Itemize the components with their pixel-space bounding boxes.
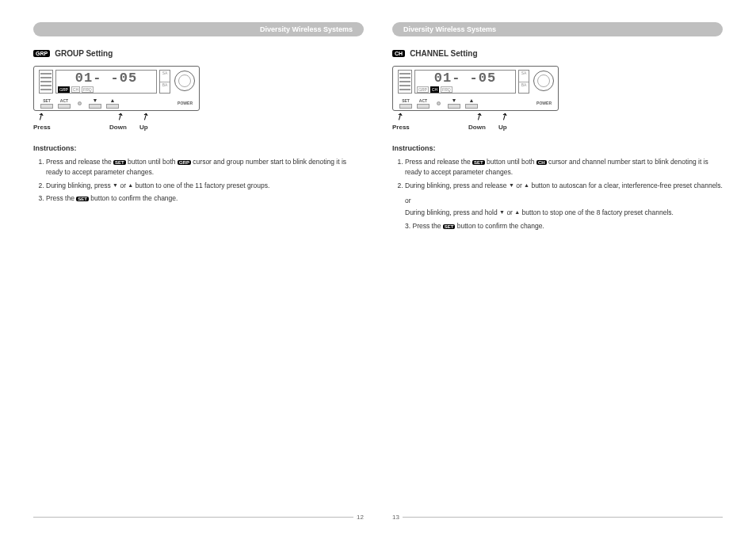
down-button — [448, 104, 460, 109]
down-button — [89, 104, 101, 109]
section-title-text: GROUP Setting — [55, 49, 113, 58]
arrow-icon: ↗ — [393, 109, 406, 123]
act-button — [417, 104, 430, 109]
arrow-icon: ↗ — [34, 109, 47, 123]
page-footer-left: 12 — [33, 514, 364, 521]
instruction-step: Press the SET button to confirm the chan… — [46, 193, 364, 204]
up-icon: ▲ — [469, 97, 475, 103]
device-diagram-right: 01- -05 GRP CH FRQ SA BA SET ACT ▼ — [392, 66, 559, 133]
instructions-heading: Instructions: — [33, 144, 364, 152]
lcd-digits: 01- -05 — [56, 71, 156, 86]
header-text: Diversity Wireless Systems — [260, 25, 353, 33]
press-label: Press — [33, 124, 51, 131]
indicator-frq: FRQ — [82, 86, 94, 93]
indicator-frq: FRQ — [441, 86, 452, 93]
section-title-channel: CH CHANNEL Setting — [392, 49, 723, 58]
arrow-icon: ↗ — [113, 109, 126, 123]
instruction-step: Press and release the SET button until b… — [405, 157, 723, 178]
lcd-right: SA BA — [159, 70, 170, 94]
section-title-group: GRP GROUP Setting — [33, 49, 364, 58]
indicator-grp: GRP — [58, 86, 70, 93]
lcd-right: SA BA — [518, 70, 529, 94]
device-diagram-left: 01- -05 GRP CH FRQ SA BA SET ACT ▼ — [33, 66, 200, 133]
lcd-digits: 01- -05 — [415, 71, 515, 86]
page-number: 13 — [392, 514, 399, 521]
page-footer-right: 13 — [392, 514, 723, 521]
set-button — [399, 104, 412, 109]
instructions-list-right: Press and release the SET button until b… — [392, 157, 723, 193]
instructions-heading: Instructions: — [392, 144, 723, 152]
instruction-step: Press and release the SET button until b… — [46, 157, 364, 178]
press-label: Press — [392, 124, 410, 131]
up-icon: ▲ — [110, 97, 116, 103]
up-button — [106, 104, 119, 109]
instructions-list-left: Press and release the SET button until b… — [33, 157, 364, 207]
indicator-ch: CH — [71, 86, 80, 93]
down-icon: ▼ — [452, 97, 457, 103]
instruction-step: During blinking, press and release ▼ or … — [405, 181, 723, 191]
arrow-icon: ↗ — [498, 109, 510, 123]
grp-badge: GRP — [33, 50, 50, 57]
down-label: Down — [109, 124, 127, 131]
ch-badge: CH — [392, 50, 405, 57]
volume-knob — [533, 71, 554, 91]
power-label: POWER — [178, 101, 193, 105]
page-left: Diversity Wireless Systems GRP GROUP Set… — [19, 22, 378, 521]
volume-knob — [174, 71, 195, 91]
down-label: Down — [468, 124, 486, 131]
arrow-icon: ↗ — [472, 109, 485, 123]
section-title-text: CHANNEL Setting — [410, 49, 477, 58]
set-button — [40, 104, 53, 109]
up-label: Up — [139, 124, 148, 131]
lcd-main: 01- -05 GRP CH FRQ — [414, 70, 516, 94]
or-text: or — [405, 197, 723, 204]
instruction-step-3: 3. Press the SET button to confirm the c… — [405, 221, 723, 231]
header-bar-left: Diversity Wireless Systems — [33, 22, 364, 36]
arrow-icon: ↗ — [139, 109, 151, 123]
lcd-main: 01- -05 GRP CH FRQ — [55, 70, 157, 94]
led-indicator — [78, 101, 82, 105]
power-label: POWER — [536, 101, 552, 105]
down-icon: ▼ — [93, 97, 98, 103]
header-bar-right: Diversity Wireless Systems — [392, 22, 723, 36]
indicator-ch: CH — [430, 86, 439, 93]
page-right: Diversity Wireless Systems CH CHANNEL Se… — [378, 22, 737, 521]
sub-instruction: During blinking, press and hold ▼ or ▲ b… — [405, 208, 723, 218]
up-button — [465, 104, 478, 109]
instruction-step: During blinking, press ▼ or ▲ button to … — [46, 181, 364, 191]
lcd-meter — [39, 70, 53, 94]
page-number: 12 — [357, 514, 364, 521]
up-label: Up — [498, 124, 507, 131]
lcd-meter — [398, 70, 412, 94]
act-button — [58, 104, 71, 109]
led-indicator — [437, 101, 441, 105]
indicator-grp: GRP — [417, 86, 429, 93]
header-text: Diversity Wireless Systems — [403, 25, 496, 33]
